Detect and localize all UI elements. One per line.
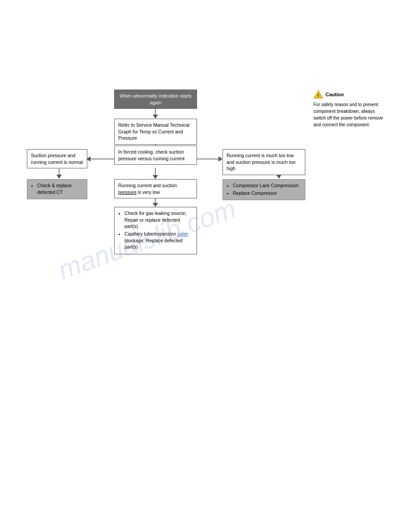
check-box-label: In forced cooling, check suction pressur… bbox=[118, 149, 184, 161]
check-suction-box: In forced cooling, check suction pressur… bbox=[114, 146, 197, 165]
right-action-box: Compressor Lack Compression Replace Comp… bbox=[223, 179, 305, 200]
right-action-item-1: Compressor Lack Compression bbox=[233, 182, 301, 189]
ref-box: Refer to Service Manual Technical Graph … bbox=[114, 119, 197, 145]
middle-action-item-2: Capillary tube/expansion valve blockage;… bbox=[124, 231, 193, 250]
middle-action-item-1: Check for gas leaking source; Repair or … bbox=[124, 210, 193, 230]
svg-marker-8 bbox=[218, 156, 223, 162]
svg-marker-2 bbox=[153, 115, 158, 119]
middle-condition-box: Running current and suction pressure is … bbox=[114, 179, 197, 198]
start-box-label: When abnormality indication starts again bbox=[120, 93, 192, 105]
svg-marker-12 bbox=[153, 203, 158, 207]
left-action-list: Check & replace defected CT bbox=[31, 182, 83, 195]
right-action-item-2: Replace Compressor bbox=[233, 190, 301, 197]
ref-box-label: Refer to Service Manual Technical Graph … bbox=[118, 122, 189, 141]
right-action-list: Compressor Lack Compression Replace Comp… bbox=[227, 182, 301, 196]
right-condition-box: Running current is much too low and suct… bbox=[223, 149, 305, 175]
left-condition-label: Suction pressure and running current is … bbox=[31, 153, 83, 165]
left-condition-box: Suction pressure and running current is … bbox=[27, 149, 87, 168]
left-action-box: Check & replace defected CT bbox=[27, 179, 87, 199]
left-action-item: Check & replace defected CT bbox=[37, 183, 72, 195]
middle-action-box: Check for gas leaking source; Repair or … bbox=[114, 207, 197, 254]
svg-marker-16 bbox=[276, 175, 282, 179]
svg-marker-14 bbox=[56, 175, 62, 179]
right-condition-label: Running current is much too low and suct… bbox=[227, 153, 295, 171]
svg-marker-10 bbox=[153, 175, 158, 179]
start-box: When abnormality indication starts again bbox=[114, 90, 197, 109]
middle-condition-text: Running current and suction pressure is … bbox=[118, 183, 177, 195]
middle-action-list: Check for gas leaking source; Repair or … bbox=[118, 210, 193, 250]
